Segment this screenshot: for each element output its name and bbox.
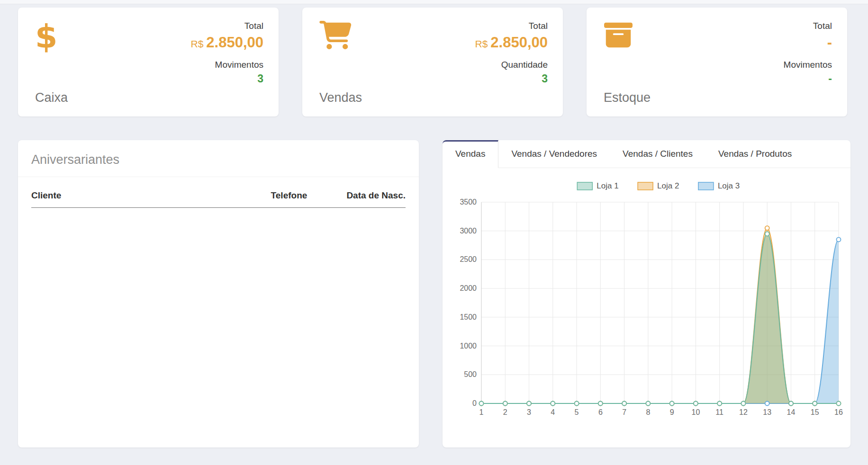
x-tick-label: 16 — [834, 408, 843, 416]
series-loja-1 — [481, 234, 839, 403]
chart-tabs: Vendas Vendas / Vendedores Vendas / Clie… — [443, 140, 850, 168]
legend-label[interactable]: Loja 1 — [597, 181, 618, 190]
birthdays-title: Aniversariantes — [31, 152, 406, 167]
metric-label-movimentos: Movimentos — [784, 60, 832, 70]
sales-chart-card: Vendas Vendas / Vendedores Vendas / Clie… — [443, 140, 850, 447]
metric-label-total: Total — [190, 21, 263, 31]
y-tick-label: 2000 — [460, 284, 477, 292]
dollar-sign-icon: $ — [35, 21, 68, 63]
currency-prefix: R$ — [475, 38, 488, 49]
metric-value-quantidade: 3 — [475, 72, 548, 85]
column-header-cliente: Cliente — [31, 187, 271, 208]
legend-swatch[interactable] — [698, 182, 714, 190]
series-loja-3-points — [479, 237, 841, 405]
legend-swatch[interactable] — [638, 182, 653, 190]
amount: 2.850,00 — [490, 34, 548, 51]
birthdays-card: Aniversariantes Cliente Telefone Data de… — [18, 140, 419, 447]
metric-value-total: R$2.850,00 — [190, 34, 263, 51]
x-tick-label: 1 — [479, 408, 484, 416]
tab-vendas-clientes[interactable]: Vendas / Clientes — [610, 140, 705, 168]
x-tick-label: 11 — [715, 408, 723, 416]
x-tick-label: 6 — [598, 408, 603, 416]
tab-vendas-vendedores[interactable]: Vendas / Vendedores — [498, 140, 610, 168]
x-tick-label: 13 — [763, 408, 771, 416]
y-tick-label: 500 — [464, 370, 477, 378]
x-tick-label: 8 — [646, 408, 650, 416]
x-tick-label: 14 — [787, 408, 796, 416]
metric-value-movimentos: - — [784, 72, 832, 85]
stat-card-title: Caixa — [35, 90, 68, 105]
second-row: Aniversariantes Cliente Telefone Data de… — [18, 140, 850, 447]
x-tick-label: 3 — [527, 408, 531, 416]
y-tick-label: 0 — [472, 399, 477, 407]
stat-card-estoque: Estoque Total - Movimentos - — [587, 8, 847, 116]
metric-value-total: R$2.850,00 — [475, 34, 548, 51]
metric-value-total: - — [784, 34, 832, 51]
sales-area-chart: 0500100015002000250030003500123456789101… — [454, 176, 850, 426]
metric-label-total: Total — [475, 21, 548, 31]
stat-card-vendas: Vendas Total R$2.850,00 Quantidade 3 — [302, 8, 563, 116]
x-tick-label: 7 — [622, 408, 626, 416]
x-tick-label: 15 — [811, 408, 819, 416]
legend-label[interactable]: Loja 2 — [657, 181, 679, 190]
amount: 2.850,00 — [206, 34, 263, 51]
legend-item-loja-3[interactable]: Loja 3 — [698, 181, 740, 190]
stat-cards-row: $ Caixa Total R$2.850,00 Movimentos 3 Ve… — [18, 8, 847, 116]
dollar-glyph: $ — [35, 21, 57, 53]
tab-vendas[interactable]: Vendas — [443, 140, 498, 168]
legend-item-loja-2[interactable]: Loja 2 — [638, 181, 679, 190]
x-tick-label: 10 — [692, 408, 700, 416]
series-loja-2-points — [479, 226, 841, 405]
amount: - — [827, 34, 832, 51]
metric-value-movimentos: 3 — [190, 72, 263, 85]
x-tick-label: 12 — [739, 408, 748, 416]
stat-card-title: Estoque — [604, 90, 651, 105]
birthdays-table: Cliente Telefone Data de Nasc. — [31, 187, 406, 208]
y-tick-label: 3000 — [460, 227, 477, 235]
metric-label-total: Total — [784, 21, 832, 31]
column-header-telefone: Telefone — [271, 187, 342, 208]
box-archive-icon — [604, 21, 651, 63]
x-tick-label: 9 — [670, 408, 674, 416]
y-tick-label: 2500 — [460, 255, 477, 263]
y-tick-label: 1500 — [460, 313, 477, 321]
navbar-bottom-edge — [0, 0, 868, 4]
legend-swatch[interactable] — [577, 182, 592, 190]
x-tick-label: 4 — [551, 408, 555, 416]
legend-item-loja-1[interactable]: Loja 1 — [577, 181, 618, 190]
y-tick-label: 3500 — [460, 198, 477, 206]
metric-label-movimentos: Movimentos — [190, 60, 263, 70]
column-header-data-nasc: Data de Nasc. — [342, 187, 406, 208]
stat-card-caixa: $ Caixa Total R$2.850,00 Movimentos 3 — [18, 8, 279, 116]
series-loja-1-points — [479, 232, 841, 405]
shopping-cart-icon — [319, 21, 362, 63]
legend-label[interactable]: Loja 3 — [718, 181, 740, 190]
currency-prefix: R$ — [190, 38, 203, 49]
tab-vendas-produtos[interactable]: Vendas / Produtos — [705, 140, 805, 168]
chart-legend: Loja 1Loja 2Loja 3 — [577, 181, 740, 190]
stat-card-title: Vendas — [319, 90, 362, 105]
x-tick-label: 5 — [575, 408, 579, 416]
metric-label-quantidade: Quantidade — [475, 60, 548, 70]
y-tick-label: 1000 — [460, 342, 477, 350]
x-tick-label: 2 — [503, 408, 507, 416]
